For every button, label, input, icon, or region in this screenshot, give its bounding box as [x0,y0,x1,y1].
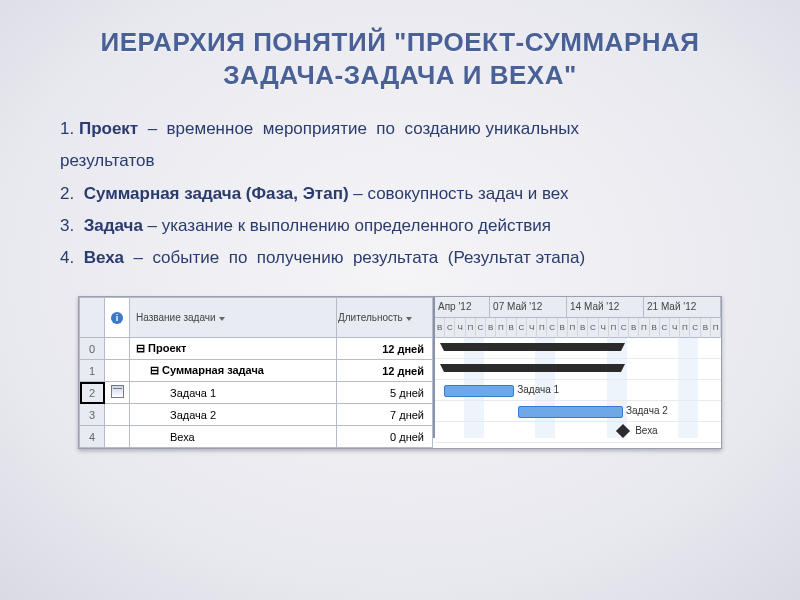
day-cell: В [435,318,445,338]
duration-cell[interactable]: 12 дней [337,338,433,360]
month-cell: 07 Май '12 [490,297,567,317]
chevron-down-icon [406,317,412,321]
desc: – событие по получению результата (Резул… [124,248,585,267]
day-cell: В [650,318,660,338]
definition-1-cont: результатов [60,145,740,177]
day-cell: С [660,318,670,338]
day-cell: П [537,318,547,338]
day-row: ВСЧПСВПВСЧПСВПВСЧПСВПВСЧПСВП [435,318,721,338]
day-cell: С [547,318,557,338]
desc: – совокупность задач и вех [349,184,569,203]
task-name-cell[interactable]: Задача 1 [130,382,337,404]
day-cell: В [486,318,496,338]
table-row[interactable]: 3 Задача 2 7 дней [80,404,433,426]
col-info[interactable]: i [105,298,130,338]
duration-cell[interactable]: 7 дней [337,404,433,426]
day-cell: В [701,318,711,338]
milestone-diamond[interactable] [616,424,630,438]
gantt-body[interactable]: Задача 1 Задача 2 Веха [435,338,721,438]
duration-cell[interactable]: 5 дней [337,382,433,404]
gantt-row: Веха [435,422,721,443]
day-cell: С [517,318,527,338]
term: Суммарная задача (Фаза, Этап) [84,184,349,203]
day-cell: П [680,318,690,338]
gantt-chart: Апр '12 07 Май '12 14 Май '12 21 Май '12… [433,297,721,438]
day-cell: Ч [599,318,609,338]
day-cell: П [639,318,649,338]
day-cell: П [609,318,619,338]
term: Веха [84,248,124,267]
milestone-label: Веха [635,425,657,436]
row-icon [105,382,130,404]
row-num: 3 [80,404,105,426]
num: 3. [60,216,84,235]
day-cell: В [578,318,588,338]
month-row: Апр '12 07 Май '12 14 Май '12 21 Май '12 [435,297,721,318]
num: 1. [60,119,79,138]
definition-2: 2. Суммарная задача (Фаза, Этап) – совок… [60,178,740,210]
day-cell: В [629,318,639,338]
day-cell: В [507,318,517,338]
num: 4. [60,248,84,267]
day-cell: С [476,318,486,338]
info-icon: i [111,312,123,324]
row-num: 4 [80,426,105,448]
row-icon [105,426,130,448]
col-rownum[interactable] [80,298,105,338]
slide: ИЕРАРХИЯ ПОНЯТИЙ "ПРОЕКТ-СУММАРНАЯ ЗАДАЧ… [0,0,800,469]
row-icon [105,338,130,360]
day-cell: Ч [527,318,537,338]
day-cell: С [588,318,598,338]
summary-bar[interactable] [444,364,621,372]
row-num: 0 [80,338,105,360]
table-row[interactable]: 2 Задача 1 5 дней [80,382,433,404]
term: Задача [84,216,143,235]
row-icon [105,360,130,382]
task-name-cell[interactable]: Задача 2 [130,404,337,426]
col-duration[interactable]: Длительность [337,298,433,338]
gantt-row: Задача 1 [435,380,721,401]
timeline-header: Апр '12 07 Май '12 14 Май '12 21 Май '12… [435,297,721,338]
month-cell: 21 Май '12 [644,297,721,317]
bar-label: Задача 1 [517,384,559,395]
table-row[interactable]: 0 ⊟ Проект 12 дней [80,338,433,360]
day-cell: П [466,318,476,338]
day-cell: Ч [670,318,680,338]
gantt-row [435,359,721,380]
num: 2. [60,184,84,203]
col-task-name[interactable]: Название задачи [130,298,337,338]
duration-cell[interactable]: 12 дней [337,360,433,382]
row-num: 2 [80,382,105,404]
day-cell: С [445,318,455,338]
task-bar[interactable]: Задача 2 [518,406,623,418]
day-cell: Ч [455,318,465,338]
day-cell: С [619,318,629,338]
table-row[interactable]: 4 Веха 0 дней [80,426,433,448]
bar-label: Задача 2 [626,405,668,416]
definition-3: 3. Задача – указание к выполнению опреде… [60,210,740,242]
definition-4: 4. Веха – событие по получению результат… [60,242,740,274]
task-name-cell[interactable]: Веха [130,426,337,448]
project-table: i Название задачи Длительность 0 ⊟ Проек… [78,296,722,449]
definitions-list: 1. Проект – временное мероприятие по соз… [60,113,740,274]
term: Проект [79,119,138,138]
calendar-icon [111,385,124,398]
definition-1: 1. Проект – временное мероприятие по соз… [60,113,740,145]
chevron-down-icon [219,317,225,321]
day-cell: П [568,318,578,338]
task-name-cell[interactable]: ⊟ Проект [130,338,337,360]
gantt-row: Задача 2 [435,401,721,422]
task-name-cell[interactable]: ⊟ Суммарная задача [130,360,337,382]
duration-cell[interactable]: 0 дней [337,426,433,448]
desc: – указание к выполнению определенного де… [143,216,551,235]
task-grid: i Название задачи Длительность 0 ⊟ Проек… [79,297,433,448]
row-num: 1 [80,360,105,382]
slide-title: ИЕРАРХИЯ ПОНЯТИЙ "ПРОЕКТ-СУММАРНАЯ ЗАДАЧ… [60,26,740,91]
row-icon [105,404,130,426]
task-bar[interactable]: Задача 1 [444,385,515,397]
day-cell: В [558,318,568,338]
table-row[interactable]: 1 ⊟ Суммарная задача 12 дней [80,360,433,382]
month-cell: 14 Май '12 [567,297,644,317]
desc: – временное мероприятие по созданию уник… [138,119,579,138]
summary-bar[interactable] [444,343,621,351]
